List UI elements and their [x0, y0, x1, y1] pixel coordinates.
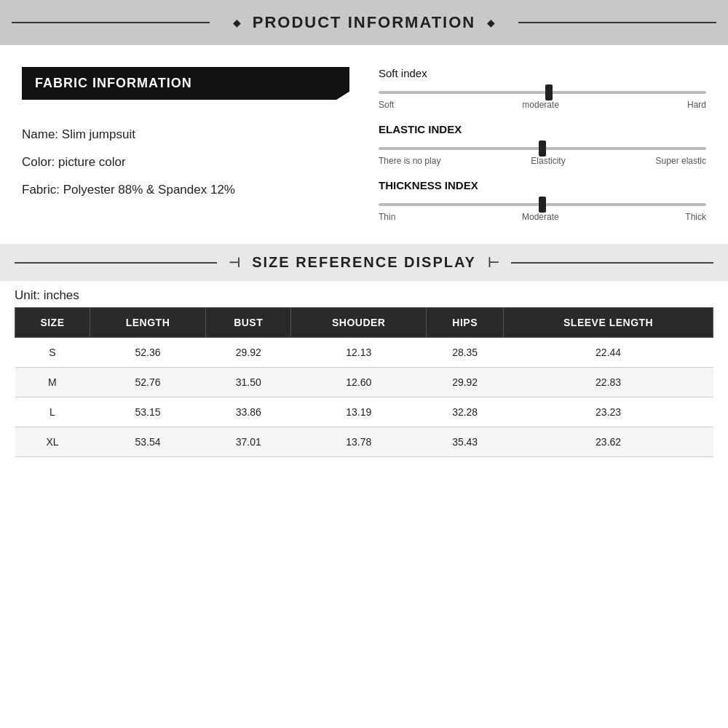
table-cell-0-1: 52.36: [90, 338, 205, 368]
col-header-hips: HIPS: [427, 308, 504, 338]
table-cell-2-2: 33.86: [206, 397, 291, 427]
product-header: ◆ PRODUCT INFORMATION ◆: [0, 0, 728, 45]
thickness-index-section: THICKNESS INDEX Thin Moderate Thick: [379, 179, 706, 222]
thickness-label-left: Thin: [379, 212, 395, 222]
header-line-right: [518, 22, 716, 23]
left-panel: FABRIC INFORMATION Name: Slim jumpsuit C…: [22, 67, 349, 222]
fabric-color-label: Color:: [22, 155, 55, 169]
main-content: FABRIC INFORMATION Name: Slim jumpsuit C…: [0, 45, 728, 237]
table-cell-1-4: 29.92: [427, 368, 504, 397]
page: ◆ PRODUCT INFORMATION ◆ FABRIC INFORMATI…: [0, 0, 728, 728]
fabric-name-value: Slim jumpsuit: [62, 127, 135, 141]
soft-index-title: Soft index: [379, 67, 706, 79]
table-header-row: SIZE LENGTH BUST SHOUDER HIPS SLEEVE LEN…: [15, 308, 713, 338]
table-cell-3-5: 23.62: [504, 427, 713, 457]
size-divider: ⊣ SIZE REFERENCE DISPLAY ⊢: [0, 244, 728, 281]
diamond-left: ◆: [233, 17, 241, 28]
fabric-name-item: Name: Slim jumpsuit: [22, 127, 349, 142]
fabric-material-label: Fabric:: [22, 183, 60, 197]
table-row: S52.3629.9212.1328.3522.44: [15, 338, 713, 368]
col-header-length: LENGTH: [90, 308, 205, 338]
table-cell-2-5: 23.23: [504, 397, 713, 427]
table-cell-2-0: L: [15, 397, 90, 427]
col-header-sleeve: SLEEVE LENGTH: [504, 308, 713, 338]
size-divider-line-left: [15, 262, 217, 264]
size-divider-line-right: [511, 262, 713, 264]
size-bracket-left: ⊣: [229, 255, 240, 271]
table-cell-3-0: XL: [15, 427, 90, 457]
elastic-index-labels: There is no play Elasticity Super elasti…: [379, 156, 706, 166]
table-cell-0-4: 28.35: [427, 338, 504, 368]
soft-index-thumb: [545, 84, 553, 100]
table-cell-1-2: 31.50: [206, 368, 291, 397]
table-cell-1-5: 22.83: [504, 368, 713, 397]
fabric-material-item: Fabric: Polyester 88% & Spandex 12%: [22, 183, 349, 197]
table-cell-1-0: M: [15, 368, 90, 397]
size-table: SIZE LENGTH BUST SHOUDER HIPS SLEEVE LEN…: [15, 307, 713, 457]
table-cell-0-5: 22.44: [504, 338, 713, 368]
table-cell-0-0: S: [15, 338, 90, 368]
fabric-info-list: Name: Slim jumpsuit Color: picture color…: [22, 127, 349, 197]
fabric-badge: FABRIC INFORMATION: [22, 67, 349, 100]
thickness-index-title: THICKNESS INDEX: [379, 179, 706, 191]
size-table-container: SIZE LENGTH BUST SHOUDER HIPS SLEEVE LEN…: [0, 307, 728, 457]
thickness-index-thumb: [539, 197, 546, 213]
size-divider-title: SIZE REFERENCE DISPLAY: [252, 254, 476, 271]
soft-index-section: Soft index Soft moderate Hard: [379, 67, 706, 110]
diamond-right: ◆: [487, 17, 495, 28]
header-line-left: [12, 22, 210, 23]
soft-label-mid: moderate: [522, 100, 559, 110]
elastic-index-track: [379, 147, 706, 150]
unit-label: Unit: inches: [0, 281, 728, 307]
table-cell-0-3: 12.13: [291, 338, 427, 368]
table-row: L53.1533.8613.1932.2823.23: [15, 397, 713, 427]
thickness-label-mid: Moderate: [522, 212, 559, 222]
soft-label-right: Hard: [687, 100, 706, 110]
right-panel: Soft index Soft moderate Hard ELASTIC IN…: [379, 67, 706, 222]
col-header-shoulder: SHOUDER: [291, 308, 427, 338]
bottom-space: [0, 457, 728, 728]
table-cell-2-4: 32.28: [427, 397, 504, 427]
soft-index-labels: Soft moderate Hard: [379, 100, 706, 110]
table-cell-3-1: 53.54: [90, 427, 205, 457]
table-cell-3-3: 13.78: [291, 427, 427, 457]
elastic-index-thumb: [539, 141, 546, 157]
table-cell-3-4: 35.43: [427, 427, 504, 457]
table-cell-0-2: 29.92: [206, 338, 291, 368]
elastic-index-title: ELASTIC INDEX: [379, 123, 706, 135]
elastic-label-mid: Elasticity: [531, 156, 565, 166]
elastic-index-section: ELASTIC INDEX There is no play Elasticit…: [379, 123, 706, 166]
table-cell-2-1: 53.15: [90, 397, 205, 427]
thickness-index-track: [379, 203, 706, 206]
table-cell-2-3: 13.19: [291, 397, 427, 427]
thickness-label-right: Thick: [685, 212, 706, 222]
table-cell-1-1: 52.76: [90, 368, 205, 397]
fabric-material-value: Polyester 88% & Spandex 12%: [63, 183, 235, 197]
table-row: XL53.5437.0113.7835.4323.62: [15, 427, 713, 457]
elastic-label-left: There is no play: [379, 156, 440, 166]
thickness-index-labels: Thin Moderate Thick: [379, 212, 706, 222]
table-cell-3-2: 37.01: [206, 427, 291, 457]
size-bracket-right: ⊢: [488, 255, 499, 271]
fabric-color-item: Color: picture color: [22, 155, 349, 170]
table-cell-1-3: 12.60: [291, 368, 427, 397]
col-header-size: SIZE: [15, 308, 90, 338]
soft-index-track: [379, 91, 706, 94]
col-header-bust: BUST: [206, 308, 291, 338]
table-row: M52.7631.5012.6029.9222.83: [15, 368, 713, 397]
fabric-name-label: Name:: [22, 127, 58, 141]
elastic-label-right: Super elastic: [656, 156, 706, 166]
product-header-title: PRODUCT INFORMATION: [253, 13, 475, 32]
fabric-color-value: picture color: [58, 155, 126, 169]
soft-label-left: Soft: [379, 100, 394, 110]
